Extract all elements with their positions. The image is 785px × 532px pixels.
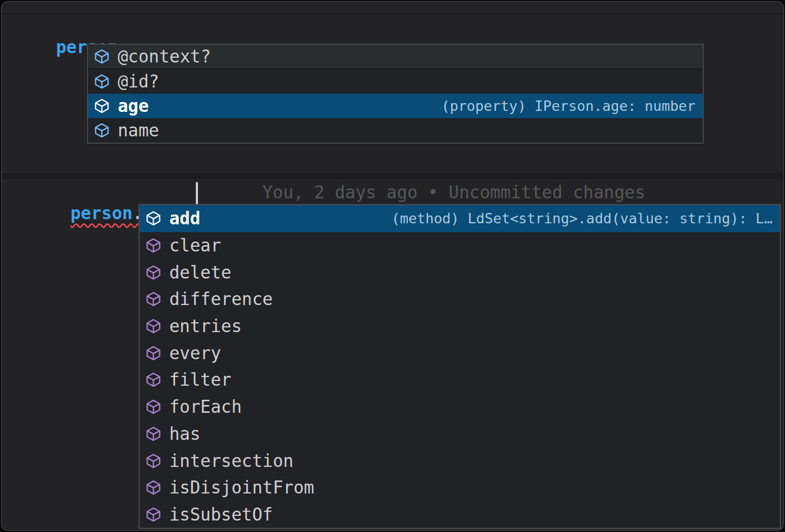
suggest-widget-fields: @context? @id?: [87, 44, 704, 144]
suggestion-label: delete: [169, 262, 231, 283]
suggestion-item[interactable]: has: [140, 421, 780, 448]
suggestion-label: isDisjointFrom: [169, 477, 314, 498]
suggestion-item[interactable]: @context?: [88, 45, 703, 69]
code-editor-window: person.; @context?: [1, 1, 784, 531]
section-seam: [2, 173, 783, 179]
code-token: person: [70, 203, 132, 223]
suggestion-item[interactable]: name: [88, 118, 703, 143]
suggestion-label: filter: [169, 370, 231, 390]
symbol-cube-icon: [145, 264, 161, 281]
symbol-cube-icon: [145, 237, 161, 254]
text-cursor: [196, 182, 198, 204]
suggestion-label: age: [118, 96, 149, 116]
suggestion-item[interactable]: forEach: [140, 394, 780, 421]
suggestion-item[interactable]: isSubsetOf: [140, 501, 780, 528]
symbol-cube-icon: [145, 318, 161, 335]
symbol-cube-icon: [145, 425, 161, 442]
git-blame-annotation: You, 2 days ago • Uncommitted changes: [263, 182, 645, 203]
symbol-cube-icon: [145, 452, 161, 469]
suggestion-item[interactable]: every: [140, 339, 780, 366]
symbol-cube-icon: [145, 345, 161, 361]
suggest-widget-methods: add (method) LdSet<string>.add(value: st…: [139, 204, 781, 529]
suggestion-item[interactable]: age (property) IPerson.age: number: [88, 94, 703, 118]
symbol-cube-icon: [93, 73, 110, 90]
suggestion-item[interactable]: filter: [140, 366, 780, 394]
suggestion-item[interactable]: @id?: [88, 69, 703, 94]
suggestion-label: isSubsetOf: [169, 504, 273, 525]
symbol-cube-icon: [145, 506, 161, 523]
suggestion-item[interactable]: difference: [140, 286, 780, 313]
top-seam-line: [2, 13, 783, 15]
symbol-cube-icon: [145, 479, 161, 496]
symbol-cube-icon: [145, 372, 161, 388]
suggestion-label: intersection: [169, 451, 293, 471]
suggestion-label: entries: [169, 316, 242, 336]
suggestion-item[interactable]: clear: [140, 232, 780, 259]
suggestion-item[interactable]: isDisjointFrom: [140, 474, 780, 501]
suggestion-item[interactable]: intersection: [140, 447, 780, 474]
suggestion-label: @context?: [118, 46, 211, 67]
symbol-cube-icon: [145, 210, 161, 227]
suggestion-item[interactable]: add (method) LdSet<string>.add(value: st…: [140, 205, 780, 232]
suggestion-label: every: [169, 343, 221, 363]
suggestion-label: forEach: [169, 397, 242, 417]
suggestion-item[interactable]: delete: [140, 259, 780, 286]
symbol-cube-icon: [93, 122, 110, 139]
suggestion-label: @id?: [118, 71, 159, 92]
symbol-cube-icon: [93, 98, 110, 115]
suggestion-detail: (property) IPerson.age: number: [431, 98, 695, 114]
symbol-cube-icon: [145, 399, 161, 415]
symbol-cube-icon: [93, 48, 110, 65]
symbol-cube-icon: [145, 291, 161, 308]
suggestion-detail: (method) LdSet<string>.add(value: string…: [381, 210, 773, 226]
suggestion-item[interactable]: entries: [140, 313, 780, 340]
suggestion-label: has: [169, 424, 201, 444]
suggestion-label: name: [118, 120, 159, 141]
suggestion-label: difference: [169, 289, 273, 309]
suggestion-label: clear: [169, 235, 221, 256]
suggestion-label: add: [169, 208, 201, 229]
